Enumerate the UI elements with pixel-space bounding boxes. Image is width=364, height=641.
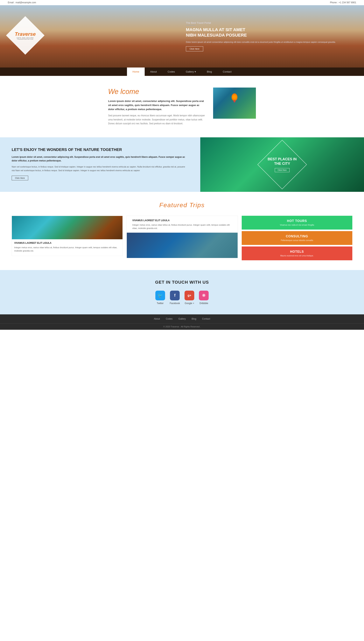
phone-info: Phone : +1 234 567 8901 — [330, 1, 356, 4]
footer-link-about[interactable]: About — [154, 317, 160, 320]
hero-content: The Best Travel Portal MAGNA MULLA AT SI… — [182, 18, 364, 56]
nature-cta-button[interactable]: Click Here — [12, 176, 28, 180]
facebook-label: Facebook — [170, 302, 180, 305]
featured-image-1 — [12, 216, 122, 239]
welcome-image — [213, 88, 256, 119]
footer-link-contact[interactable]: Contact — [202, 317, 210, 320]
footer-link-codes[interactable]: Codes — [166, 317, 173, 320]
featured-col3: HOT TOURS Vivamus nec nulla et nisi orna… — [242, 216, 352, 260]
welcome-light-text: Sed posuere laoreet neque, eu rhoncus li… — [108, 114, 205, 126]
logo-text: Traverse — [12, 31, 39, 37]
welcome-bold-text: Lorem ipsum dolor sit amet, consectetur … — [108, 99, 205, 111]
nav-codes[interactable]: Codes — [162, 68, 180, 76]
logo-inner: Traverse SAFE AND SECURE TRANSPORTATION — [12, 31, 39, 40]
hero-logo-area: Traverse SAFE AND SECURE TRANSPORTATION — [0, 22, 182, 51]
balloon-icon — [232, 93, 238, 101]
featured-col2: VIVAMUS LAOREET ELIT LIGULA Integer metu… — [126, 216, 238, 258]
nav-about[interactable]: About — [145, 68, 162, 76]
nature-light-text: Nam vel scelerisque lectus, in finibus n… — [12, 165, 188, 172]
footer-link-blog[interactable]: Blog — [192, 317, 196, 320]
hotels-text: Mauris euismod eros vel urna tristique. — [245, 255, 349, 257]
featured-title: Featured Trips — [12, 202, 352, 209]
nature-title: LET'S ENJOY THE WONDERS OF THE NATURE TO… — [12, 147, 188, 152]
hero-section: Traverse SAFE AND SECURE TRANSPORTATION … — [0, 5, 364, 68]
hot-tours-text: Vivamus nec nulla et nisi ornare fringil… — [245, 224, 349, 226]
best-places-title: BEST PLACES IN THE CITY — [265, 157, 299, 166]
nav-gallery[interactable]: Gallery ▾ — [180, 68, 202, 76]
hot-tours-title: HOT TOURS — [245, 219, 349, 223]
google-label: Google + — [185, 302, 194, 305]
welcome-section: We lcome Lorem ipsum dolor sit amet, con… — [0, 76, 364, 137]
featured-image-2 — [127, 233, 238, 258]
featured-card2-top: VIVAMUS LAOREET ELIT LIGULA Integer metu… — [127, 216, 238, 233]
featured-grid: VIVAMUS LAOREET ELIT LIGULA Integer metu… — [12, 216, 352, 260]
email-info: Email : mail@example.com — [8, 1, 36, 4]
twitter-icon: 🐦 — [155, 291, 165, 300]
featured-card2-text: Integer metus eros, varius vitae tellus … — [130, 223, 234, 230]
footer-copyright: © 2020 Traverse . All Rights Reserved . — [0, 323, 364, 330]
nature-image: BEST PLACES IN THE CITY Click Here — [200, 137, 364, 192]
consulting-text: Pellentesque cursus lobortis convallis — [245, 239, 349, 241]
top-bar: Email : mail@example.com Phone : +1 234 … — [0, 0, 364, 5]
welcome-title: We lcome — [108, 88, 205, 96]
nav-contact[interactable]: Contact — [218, 68, 237, 76]
featured-col1: VIVAMUS LAOREET ELIT LIGULA Integer metu… — [12, 216, 123, 256]
featured-section: Featured Trips VIVAMUS LAOREET ELIT LIGU… — [0, 192, 364, 270]
contact-section: GET IN TOUCH WITH US 🐦 Twitter f Faceboo… — [0, 270, 364, 314]
nav-blog[interactable]: Blog — [202, 68, 218, 76]
twitter-label: Twitter — [157, 302, 164, 305]
welcome-text: We lcome Lorem ipsum dolor sit amet, con… — [108, 88, 205, 126]
nav-home[interactable]: Home — [127, 68, 145, 76]
social-icons-container: 🐦 Twitter f Facebook g+ Google + ❋ Dribb… — [8, 291, 356, 305]
service-card-hot-tours[interactable]: HOT TOURS Vivamus nec nulla et nisi orna… — [242, 216, 352, 230]
footer-link-gallery[interactable]: Gallery — [178, 317, 186, 320]
social-twitter[interactable]: 🐦 Twitter — [155, 291, 165, 305]
diamond-logo: Traverse SAFE AND SECURE TRANSPORTATION — [6, 16, 44, 55]
consulting-title: CONSULTING — [245, 235, 349, 238]
featured-card1-text: Integer metus eros, varius vitae tellus … — [12, 246, 122, 253]
facebook-icon: f — [170, 291, 180, 300]
hero-cta-button[interactable]: Click Here — [186, 46, 203, 51]
social-google[interactable]: g+ Google + — [184, 291, 194, 305]
dribbble-label: Dribbble — [200, 302, 208, 305]
featured-card2-title: VIVAMUS LAOREET ELIT LIGULA — [130, 219, 234, 222]
hero-description: Dolor lorem ipsum sit amet consectetur a… — [186, 41, 352, 44]
main-navigation: Home About Codes Gallery ▾ Blog Contact — [0, 68, 364, 76]
hero-title: MAGNA MULLA AT SIT AMETNIBH MALESUADA PO… — [186, 27, 352, 38]
service-card-hotels[interactable]: HOTELS Mauris euismod eros vel urna tris… — [242, 247, 352, 260]
nature-section: LET'S ENJOY THE WONDERS OF THE NATURE TO… — [0, 137, 364, 192]
hero-subtitle: The Best Travel Portal — [186, 22, 352, 26]
best-places-button[interactable]: Click Here — [275, 168, 290, 172]
social-dribbble[interactable]: ❋ Dribbble — [199, 291, 209, 305]
nature-bold-text: Lorem ipsum dolor sit amet, consectetur … — [12, 155, 188, 163]
social-facebook[interactable]: f Facebook — [170, 291, 180, 305]
contact-title: GET IN TOUCH WITH US — [8, 280, 356, 285]
service-card-consulting[interactable]: CONSULTING Pellentesque cursus lobortis … — [242, 231, 352, 245]
featured-card1-title: VIVAMUS LAOREET ELIT LIGULA — [12, 242, 122, 244]
nature-text: LET'S ENJOY THE WONDERS OF THE NATURE TO… — [0, 137, 200, 192]
logo-subtitle: SAFE AND SECURE TRANSPORTATION — [12, 37, 39, 40]
best-places-content: BEST PLACES IN THE CITY Click Here — [265, 157, 299, 172]
dribbble-icon: ❋ — [199, 291, 209, 300]
footer-navigation: About Codes Gallery Blog Contact — [0, 314, 364, 323]
hotels-title: HOTELS — [245, 250, 349, 254]
google-icon: g+ — [184, 291, 194, 300]
